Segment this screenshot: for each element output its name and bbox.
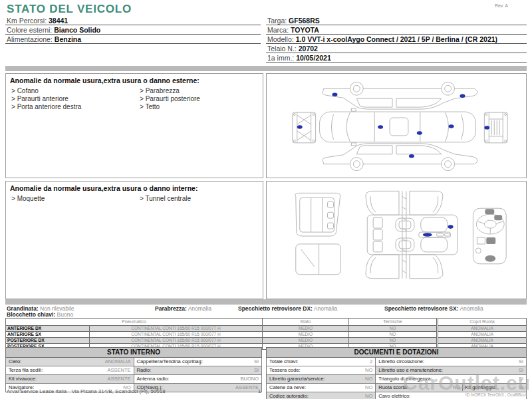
field-label: Targa: [267,17,287,25]
stato-interno-table: STATO INTERNO Cielo:ANOMALIA Cappelliera… [5,347,262,392]
field-row: Modello: 1.0 VVT-i x-coolAygo Connect / … [266,35,527,44]
field-label: Km Percorsi: [7,17,47,25]
tire-table: Pneumatico Stato Termiche ANTERIORE DX C… [5,318,437,350]
table-row: Cielo:ANOMALIA Cappelliera/Tendina copri… [6,358,262,366]
field-label: Telaio N.: [267,45,297,53]
interior-anomalies-title: Anomalie da normale usura,extra usura o … [10,184,259,192]
divider-bar [5,299,527,305]
damage-dots-exterior [297,92,490,158]
field-value: 10/05/2021 [296,54,331,62]
doc-id: ID IvORCh TevrOb3 , OcaBBcut [466,392,527,397]
field-value: Bianco Solido [54,26,100,34]
field-value: Benzina [55,35,81,43]
exterior-anomalies-box: Anomalie da normale usura,extra usura o … [5,73,263,178]
copri-ruota-value: ANOMALIA [438,338,527,344]
field-row: Marca: TOYOTA [266,25,527,35]
exterior-anomaly-item: Cofano [11,87,134,94]
damage-dots-interior [423,225,454,237]
exterior-anomaly-item: Paraurti posteriore [140,95,263,102]
tire-row: POSTERIORE DX CONTINENTAL CONTI 165/60 R… [6,338,437,344]
field-label: Colore esterni: [7,26,52,34]
condition-parabrezza: Parabrezza: Anomalia [155,305,211,312]
copri-ruota-value: ANOMALIA [438,326,527,332]
field-row: 1a imm.: 10/05/2021 [266,53,527,63]
exterior-anomaly-item: Tetto [140,103,263,110]
field-row: Km Percorsi: 38441 [5,16,261,25]
interior-anomalies-box: Anomalie da normale usura,extra usura o … [5,181,263,299]
page-number: 1 [258,388,261,394]
field-label: Modello: [267,35,294,43]
table-row: Terza fila sedili:ASSENTE Radio:SI [6,366,262,375]
tire-header-termiche: Termiche [349,319,437,326]
condition-blocchetto-chiavi: Blocchetto chiavi: Buono [7,311,73,318]
interior-anomaly-item: Moquette [11,195,134,202]
field-label: Alimentazione: [7,35,53,43]
exterior-anomaly-item: Parabrezza [140,87,263,94]
field-row: Alimentazione: Benzina [5,35,261,44]
interior-anomaly-item: Tunnel centrale [140,195,263,202]
table-row: Totale chiavi:2 Libretto circolazione:SI [267,358,527,366]
exterior-anomalies-title: Anomalie da normale usura,extra usura o … [10,76,259,84]
field-value: 38441 [49,17,68,25]
documenti-title: DOCUMENTI E DOTAZIONI [267,348,527,358]
field-row: Colore esterni: Bianco Solido [5,25,261,35]
field-value: GF568RS [289,17,320,25]
stato-interno-title: STATO INTERNO [6,348,262,358]
condition-specchietto-dx: Specchietto retrovisore DX: Anomalia [238,305,337,312]
page-title: STATO DEL VEICOLO [7,3,132,16]
tire-header-pneumatico: Pneumatico [6,319,263,326]
tire-row: ANTERIORE SX CONTINENTAL CONTI 165/60 R1… [6,332,437,338]
footer-address: Arval Service Lease Italia - Via Pisana … [7,388,166,394]
field-label: Marca: [267,26,289,34]
copri-ruota-value: ANOMALIA [438,332,527,338]
tire-header-stato: Stato [263,319,349,326]
tire-row: ANTERIORE DX CONTINENTAL CONTI 165/60 R1… [6,326,437,332]
field-row: Targa: GF568RS [266,16,527,25]
table-row: Tessera code:NO Libretto uso e manutenzi… [267,366,527,375]
field-value: TOYOTA [291,26,319,34]
exterior-diagram-box [266,73,527,178]
field-row: Telaio N.: 20702 [266,44,527,53]
table-row: Kit vivavoce:ASSENTE Antenna radio:BUONO [6,375,262,384]
table-row: Catene da neve:NO Ruota scorta:NO Kit go… [267,384,527,392]
field-label: 1a imm.: [267,54,294,62]
field-value: 20702 [299,45,318,53]
documenti-table: DOCUMENTI E DOTAZIONI Totale chiavi:2 Li… [266,347,527,399]
wheel-cover-table: Copri Ruota ANOMALIA ANOMALIA ANOMALIA A… [438,318,527,350]
car-exterior-diagram [267,74,525,176]
vehicle-fields-right: Targa: GF568RS Marca: TOYOTA Modello: 1.… [266,16,527,63]
condition-specchietto-sx: Specchietto retrovisore SX: Anomalia [384,305,483,312]
interior-diagram-box [266,181,527,299]
tire-header-copri-ruota: Copri Ruota [438,319,527,326]
exterior-anomaly-item: Paraurti anteriore [11,95,134,102]
field-value: 1.0 VVT-i x-coolAygo Connect / 2021 / 5P… [296,35,497,43]
revision-label: Rev. A [495,3,508,8]
table-row: Libretto garanzia/service:NO Triangolo d… [267,375,527,384]
car-interior-diagram [267,182,525,297]
exterior-anomaly-item: Porta anteriore destra [11,103,134,110]
divider-bar [5,66,527,71]
vehicle-fields-left: Km Percorsi: 38441 Colore esterni: Bianc… [5,16,261,44]
